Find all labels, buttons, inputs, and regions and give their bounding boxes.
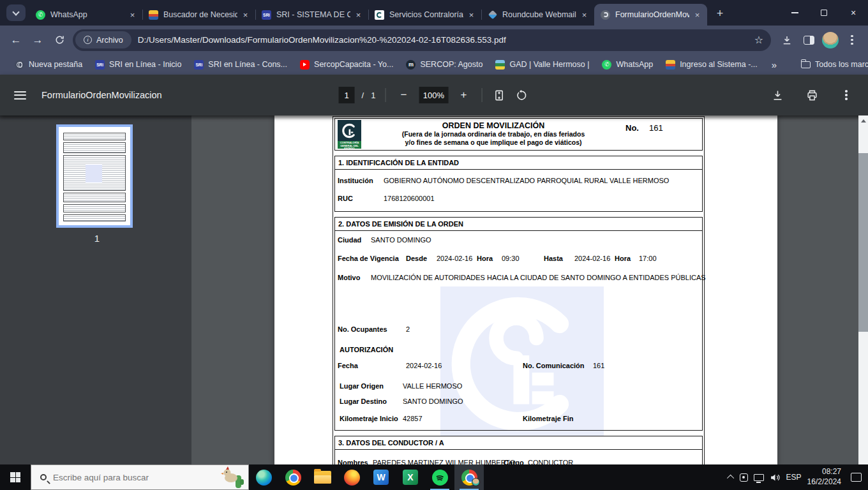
minimize-button[interactable] xyxy=(780,0,809,26)
clock[interactable]: 08:27 16/2/2024 xyxy=(807,467,841,487)
tab-close-icon[interactable]: × xyxy=(579,10,590,20)
zoom-out-button[interactable]: − xyxy=(395,87,412,103)
side-panel-button[interactable] xyxy=(798,29,819,51)
institucion-label: Institución xyxy=(338,177,373,184)
destino-label: Lugar Destino xyxy=(340,397,387,405)
km-fin-label: Kilometraje Fin xyxy=(523,415,573,422)
tab-close-icon[interactable]: × xyxy=(240,10,251,20)
bookmark-label: SERCOP: Agosto xyxy=(420,60,483,69)
number-value: 161 xyxy=(649,123,663,149)
pdf-download-button[interactable] xyxy=(770,87,785,103)
folder-icon xyxy=(801,61,811,68)
all-bookmarks-button[interactable]: Todos los marcadores xyxy=(795,58,868,71)
tab-roundcube[interactable]: Roundcube Webmail × xyxy=(481,4,594,26)
maximize-button[interactable] xyxy=(809,0,839,26)
tab-whatsapp[interactable]: ✆ WhatsApp × xyxy=(29,4,142,26)
pdf-more-button[interactable] xyxy=(839,87,854,103)
youtube-icon xyxy=(300,60,310,70)
tab-sri[interactable]: SRi SRI - SISTEMA DE CO × xyxy=(255,4,368,26)
taskbar-chrome[interactable] xyxy=(278,464,308,490)
bookmark-sercopcapacita[interactable]: SercopCapacita - Yo... xyxy=(294,58,399,71)
print-icon xyxy=(806,89,818,101)
scrollbar-thumb[interactable] xyxy=(858,153,868,332)
section2-title: 2. DATOS DE EMISIÓN DE LA ORDEN xyxy=(334,217,703,231)
profile-avatar[interactable] xyxy=(819,29,841,51)
reload-button[interactable] xyxy=(49,29,70,51)
fit-to-page-button[interactable] xyxy=(491,87,507,103)
pdf-print-button[interactable] xyxy=(804,87,819,103)
tab-search-button[interactable] xyxy=(6,4,26,21)
pdf-action-buttons xyxy=(770,87,854,103)
site-info-chip[interactable]: i Archivo xyxy=(75,31,131,48)
tab-label: Roundcube Webmail xyxy=(502,10,576,19)
tab-close-icon[interactable]: × xyxy=(353,10,364,20)
action-center-icon[interactable] xyxy=(851,473,862,482)
bookmark-star-icon[interactable]: ☆ xyxy=(754,34,763,46)
bookmark-nueva-pestana[interactable]: Nueva pestaña xyxy=(9,58,88,71)
bookmark-sri-inicio[interactable]: SRi SRI en Línea - Inicio xyxy=(89,58,187,71)
volume-button[interactable] xyxy=(770,472,781,483)
taskbar-word[interactable]: W xyxy=(366,464,396,490)
page-thumbnail[interactable] xyxy=(56,124,133,228)
taskbar-firefox[interactable] xyxy=(337,464,366,490)
tray-app-icon[interactable] xyxy=(740,473,748,482)
rotate-icon xyxy=(516,89,528,101)
pdf-menu-button[interactable] xyxy=(14,91,26,100)
taskbar-search[interactable] xyxy=(31,464,249,490)
tab-close-icon[interactable]: × xyxy=(127,10,138,20)
bookmark-whatsapp[interactable]: ✆ WhatsApp xyxy=(596,58,659,71)
taskbar-chrome-active[interactable] xyxy=(454,464,484,490)
search-input[interactable] xyxy=(53,473,187,482)
bookmark-sercop-agosto[interactable]: m SERCOP: Agosto xyxy=(400,58,488,71)
downloads-button[interactable] xyxy=(776,29,798,51)
close-window-button[interactable]: × xyxy=(839,0,868,26)
bookmark-ingreso-sistema[interactable]: Ingreso al Sistema -... xyxy=(660,58,763,71)
sri-icon: SRi xyxy=(262,10,271,20)
taskbar-explorer[interactable] xyxy=(308,464,337,490)
address-bar[interactable]: i Archivo D:/Users/Master/Downloads/Form… xyxy=(73,29,771,51)
network-icon[interactable] xyxy=(754,474,764,481)
form-number: No. 161 xyxy=(625,120,700,149)
clock-time: 08:27 xyxy=(807,467,841,477)
taskbar-spotify[interactable] xyxy=(425,464,454,490)
search-icon xyxy=(40,474,47,480)
language-indicator[interactable]: ESP xyxy=(786,473,802,482)
new-tab-button[interactable]: + xyxy=(711,4,729,22)
hasta-value: 2024-02-16 xyxy=(574,255,610,262)
url-text: D:/Users/Master/Downloads/FormularioOrde… xyxy=(138,35,749,45)
tab-close-icon[interactable]: × xyxy=(466,10,477,20)
browser-menu-button[interactable] xyxy=(841,29,863,51)
taskbar-excel[interactable]: X xyxy=(396,464,425,490)
bookmark-label: SRI en Línea - Cons... xyxy=(208,60,287,69)
back-button[interactable]: ← xyxy=(5,29,27,51)
form-title: ORDEN DE MOVILIZACIÓN xyxy=(361,121,625,130)
clock-date: 16/2/2024 xyxy=(807,477,841,487)
tab-buscador[interactable]: Buscador de Necesida × xyxy=(142,4,255,26)
scroll-up-button[interactable] xyxy=(858,115,868,126)
tab-contraloria[interactable]: Servicios Contraloría × xyxy=(368,4,481,26)
start-button[interactable] xyxy=(0,464,31,490)
rotate-button[interactable] xyxy=(514,87,529,103)
thumbnail-page-number: 1 xyxy=(56,233,138,244)
hora-hasta-value: 17:00 xyxy=(639,255,657,262)
page-total: 1 xyxy=(371,91,375,100)
bookmark-gad-valle-hermoso[interactable]: GAD | Valle Hermoso | xyxy=(490,58,595,71)
bookmarks-overflow-button[interactable]: » xyxy=(766,57,782,72)
maximize-icon xyxy=(821,10,827,16)
comunicacion-label: No. Comunicación xyxy=(523,362,585,369)
zoom-in-button[interactable]: + xyxy=(455,87,472,103)
tab-close-icon[interactable]: × xyxy=(692,10,703,20)
cargo-value: CONDUCTOR xyxy=(528,459,573,464)
motivo-label: Motivo xyxy=(338,274,360,281)
forward-button[interactable]: → xyxy=(27,29,49,51)
taskbar-edge[interactable] xyxy=(249,464,278,490)
page-number-input[interactable]: 1 xyxy=(339,87,355,103)
pdf-document-icon xyxy=(601,10,610,20)
profile-badge xyxy=(472,478,480,486)
tab-formulario-active[interactable]: FormularioOrdenMov × xyxy=(594,4,707,26)
institucion-value: GOBIERNO AUTÓNOMO DESCENTRALIZADO PARROQ… xyxy=(384,177,669,184)
vertical-scrollbar[interactable] xyxy=(858,115,868,464)
windows-taskbar: W X ESP 08:27 16/2 xyxy=(0,464,868,490)
bookmark-sri-consultas[interactable]: SRi SRI en Línea - Cons... xyxy=(188,58,293,71)
section1-title: 1. IDENTIFICACIÓN DE LA ENTIDAD xyxy=(334,156,703,170)
